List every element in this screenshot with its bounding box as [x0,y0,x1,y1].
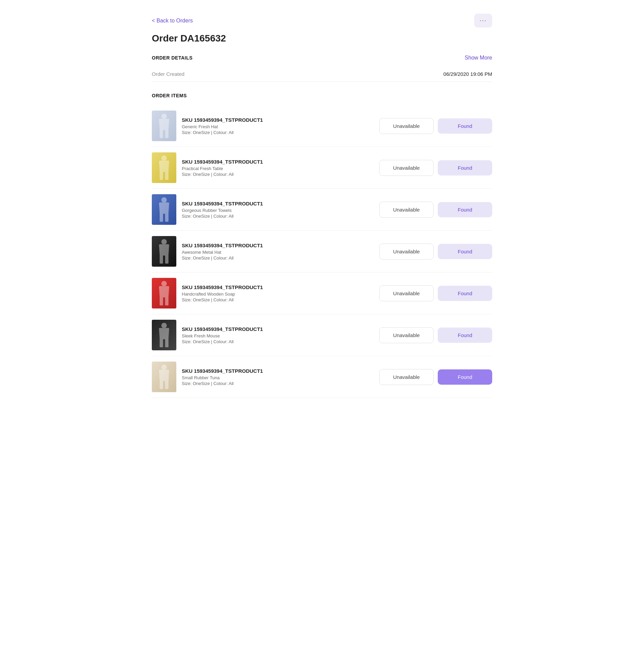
item-meta: Size: OneSize | Colour: All [182,255,374,261]
item-actions: Unavailable Found [379,202,492,218]
item-name: Gorgeous Rubber Towels [182,208,374,213]
order-title: Order DA165632 [152,33,492,44]
item-actions: Unavailable Found [379,118,492,134]
item-name: Handcrafted Wooden Soap [182,291,374,297]
unavailable-button[interactable]: Unavailable [379,160,434,176]
svg-rect-20 [165,380,168,389]
found-button[interactable]: Found [438,286,492,301]
svg-point-12 [161,281,167,286]
svg-rect-17 [165,338,168,347]
item-meta: Size: OneSize | Colour: All [182,297,374,302]
item-sku: SKU 1593459394_TSTPRODUCT1 [182,243,374,248]
svg-rect-14 [165,296,168,305]
item-sku: SKU 1593459394_TSTPRODUCT1 [182,201,374,206]
item-sku: SKU 1593459394_TSTPRODUCT1 [182,326,374,332]
item-meta: Size: OneSize | Colour: All [182,381,374,386]
item-sku: SKU 1593459394_TSTPRODUCT1 [182,284,374,290]
item-meta: Size: OneSize | Colour: All [182,214,374,219]
order-item: SKU 1593459394_TSTPRODUCT1 Handcrafted W… [152,272,492,314]
item-meta: Size: OneSize | Colour: All [182,339,374,344]
svg-rect-11 [165,254,168,264]
svg-point-3 [161,155,167,161]
item-sku: SKU 1593459394_TSTPRODUCT1 [182,117,374,123]
order-item: SKU 1593459394_TSTPRODUCT1 Small Rubber … [152,356,492,398]
order-details-label: ORDER DETAILS [152,55,193,61]
item-info: SKU 1593459394_TSTPRODUCT1 Handcrafted W… [182,284,374,302]
svg-rect-4 [160,170,163,180]
item-image [152,111,176,141]
item-image [152,362,176,392]
item-actions: Unavailable Found [379,244,492,260]
order-items-list: SKU 1593459394_TSTPRODUCT1 Generic Fresh… [152,105,492,398]
found-button[interactable]: Found [438,244,492,259]
item-image [152,320,176,350]
item-name: Sleek Fresh Mouse [182,333,374,338]
found-button[interactable]: Found [438,160,492,176]
found-button[interactable]: Found [438,369,492,385]
found-button[interactable]: Found [438,328,492,343]
svg-rect-8 [165,212,168,222]
item-name: Awesome Metal Hat [182,250,374,255]
svg-rect-2 [165,129,168,138]
item-sku: SKU 1593459394_TSTPRODUCT1 [182,368,374,374]
item-info: SKU 1593459394_TSTPRODUCT1 Small Rubber … [182,368,374,386]
item-sku: SKU 1593459394_TSTPRODUCT1 [182,159,374,165]
order-item: SKU 1593459394_TSTPRODUCT1 Practical Fre… [152,147,492,189]
item-image [152,278,176,308]
svg-rect-5 [165,170,168,180]
order-item: SKU 1593459394_TSTPRODUCT1 Sleek Fresh M… [152,314,492,356]
order-created-label: Order Created [152,71,184,77]
item-image [152,236,176,267]
unavailable-button[interactable]: Unavailable [379,202,434,218]
item-info: SKU 1593459394_TSTPRODUCT1 Awesome Metal… [182,243,374,261]
order-details-header: ORDER DETAILS Show More [152,55,492,61]
item-name: Generic Fresh Hat [182,124,374,129]
item-info: SKU 1593459394_TSTPRODUCT1 Practical Fre… [182,159,374,177]
order-created-row: Order Created 06/29/2020 19:06 PM [152,66,492,82]
svg-point-9 [161,239,167,245]
unavailable-button[interactable]: Unavailable [379,244,434,260]
item-actions: Unavailable Found [379,369,492,385]
item-info: SKU 1593459394_TSTPRODUCT1 Sleek Fresh M… [182,326,374,344]
svg-point-0 [161,114,167,119]
item-meta: Size: OneSize | Colour: All [182,130,374,135]
order-created-value: 06/29/2020 19:06 PM [444,71,492,77]
svg-point-15 [161,323,167,328]
unavailable-button[interactable]: Unavailable [379,285,434,301]
back-to-orders-link[interactable]: < Back to Orders [152,18,193,24]
svg-rect-19 [160,380,163,389]
item-actions: Unavailable Found [379,285,492,301]
order-item: SKU 1593459394_TSTPRODUCT1 Awesome Metal… [152,231,492,272]
item-meta: Size: OneSize | Colour: All [182,172,374,177]
found-button[interactable]: Found [438,118,492,134]
unavailable-button[interactable]: Unavailable [379,369,434,385]
item-image [152,152,176,183]
svg-point-18 [161,365,167,370]
item-actions: Unavailable Found [379,160,492,176]
top-bar: < Back to Orders ··· [152,14,492,28]
item-info: SKU 1593459394_TSTPRODUCT1 Generic Fresh… [182,117,374,135]
order-items-label: ORDER ITEMS [152,93,492,98]
found-button[interactable]: Found [438,202,492,217]
item-info: SKU 1593459394_TSTPRODUCT1 Gorgeous Rubb… [182,201,374,219]
svg-rect-7 [160,212,163,222]
item-image [152,194,176,225]
order-item: SKU 1593459394_TSTPRODUCT1 Gorgeous Rubb… [152,189,492,231]
unavailable-button[interactable]: Unavailable [379,118,434,134]
unavailable-button[interactable]: Unavailable [379,327,434,343]
svg-rect-13 [160,296,163,305]
item-name: Small Rubber Tuna [182,375,374,380]
svg-rect-10 [160,254,163,264]
item-actions: Unavailable Found [379,327,492,343]
item-name: Practical Fresh Table [182,166,374,171]
svg-rect-1 [160,129,163,138]
more-options-button[interactable]: ··· [474,14,492,28]
order-item: SKU 1593459394_TSTPRODUCT1 Generic Fresh… [152,105,492,147]
show-more-link[interactable]: Show More [465,55,492,61]
svg-point-6 [161,197,167,203]
svg-rect-16 [160,338,163,347]
